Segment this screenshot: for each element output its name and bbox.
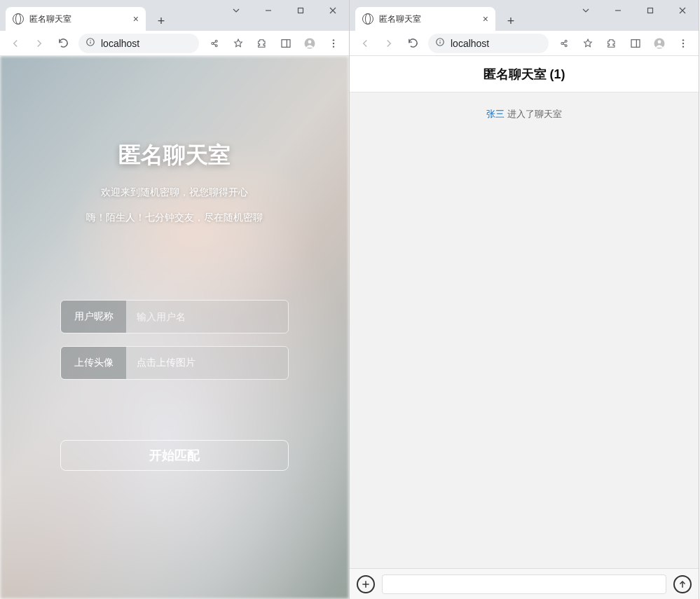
svg-rect-16 <box>648 8 653 13</box>
close-window-button[interactable] <box>317 0 349 21</box>
page-title: 匿名聊天室 <box>118 140 231 171</box>
titlebar: 匿名聊天室 × + <box>350 0 699 31</box>
minimize-button[interactable] <box>602 0 634 21</box>
nickname-input[interactable] <box>127 301 288 333</box>
nickname-label: 用户昵称 <box>61 301 127 333</box>
svg-point-29 <box>682 46 684 47</box>
share-icon[interactable] <box>203 32 226 55</box>
svg-rect-1 <box>298 8 303 13</box>
browser-window-right: 匿名聊天室 × + localhost 匿名聊天室 (1) 张三 进入了聊天室 <box>350 0 699 599</box>
window-controls <box>220 0 349 31</box>
new-tab-button[interactable]: + <box>501 11 521 31</box>
close-window-button[interactable] <box>666 0 699 21</box>
forward-button[interactable] <box>378 32 400 55</box>
svg-point-21 <box>561 42 563 44</box>
send-button[interactable] <box>673 575 692 593</box>
svg-point-4 <box>90 40 90 41</box>
browser-tab[interactable]: 匿名聊天室 × <box>6 7 146 31</box>
url-text: localhost <box>451 38 489 49</box>
info-icon <box>435 37 445 50</box>
sys-text: 进入了聊天室 <box>505 109 562 119</box>
toolbar: localhost <box>0 31 349 56</box>
avatar-label: 上传头像 <box>61 347 127 379</box>
browser-tab[interactable]: 匿名聊天室 × <box>355 7 495 31</box>
address-bar[interactable]: localhost <box>78 34 199 53</box>
forward-button[interactable] <box>28 32 50 55</box>
window-controls <box>570 0 699 31</box>
titlebar: 匿名聊天室 × + <box>0 0 349 31</box>
close-icon[interactable]: × <box>483 13 488 25</box>
extensions-icon[interactable] <box>251 32 273 55</box>
bookmark-icon[interactable] <box>577 32 599 55</box>
subtitle-1: 欢迎来到随机密聊，祝您聊得开心 <box>101 186 248 199</box>
svg-rect-23 <box>631 39 640 47</box>
globe-icon <box>13 13 24 25</box>
svg-point-26 <box>658 40 661 43</box>
svg-point-13 <box>333 42 334 43</box>
profile-icon[interactable] <box>298 32 321 55</box>
subtitle-2: 嗨！陌生人！七分钟交友，尽在随机密聊 <box>86 212 263 224</box>
svg-point-11 <box>308 40 312 43</box>
tab-title: 匿名聊天室 <box>379 13 477 25</box>
start-match-button[interactable]: 开始匹配 <box>60 440 289 471</box>
chat-input-row <box>350 568 699 599</box>
svg-point-28 <box>682 42 684 43</box>
info-icon <box>85 37 95 50</box>
address-bar[interactable]: localhost <box>428 34 549 53</box>
svg-point-12 <box>333 39 334 41</box>
browser-window-left: 匿名聊天室 × + localhost 匿名聊天室 欢迎来到随机密聊，祝您聊得开… <box>0 0 350 599</box>
login-panel: 匿名聊天室 欢迎来到随机密聊，祝您聊得开心 嗨！陌生人！七分钟交友，尽在随机密聊… <box>0 56 349 599</box>
maximize-button[interactable] <box>284 0 317 21</box>
new-tab-button[interactable]: + <box>151 11 171 31</box>
profile-icon[interactable] <box>648 32 671 55</box>
sidepanel-icon[interactable] <box>624 32 647 55</box>
chat-body: 张三 进入了聊天室 <box>350 92 699 568</box>
globe-icon <box>362 13 373 25</box>
page-content: 匿名聊天室 欢迎来到随机密聊，祝您聊得开心 嗨！陌生人！七分钟交友，尽在随机密聊… <box>0 56 349 599</box>
svg-point-5 <box>215 40 217 42</box>
bookmark-icon[interactable] <box>227 32 249 55</box>
caret-down-icon[interactable] <box>570 0 602 21</box>
reload-button[interactable] <box>52 32 74 55</box>
maximize-button[interactable] <box>634 0 666 21</box>
back-button[interactable] <box>4 32 27 55</box>
svg-point-20 <box>565 40 567 42</box>
sys-user-name: 张三 <box>486 109 505 119</box>
chat-page: 匿名聊天室 (1) 张三 进入了聊天室 <box>350 56 699 599</box>
close-icon[interactable]: × <box>133 13 139 25</box>
svg-point-22 <box>565 44 567 46</box>
add-button[interactable] <box>357 575 375 593</box>
share-icon[interactable] <box>553 32 575 55</box>
avatar-field: 上传头像 点击上传图片 <box>60 346 289 380</box>
reload-button[interactable] <box>402 32 424 55</box>
message-input[interactable] <box>382 574 666 594</box>
back-button[interactable] <box>354 32 376 55</box>
avatar-upload[interactable]: 点击上传图片 <box>127 347 288 379</box>
nickname-field: 用户昵称 <box>60 300 289 333</box>
svg-rect-8 <box>282 39 290 47</box>
svg-point-19 <box>439 40 440 41</box>
toolbar: localhost <box>350 31 699 56</box>
system-message: 张三 进入了聊天室 <box>357 108 692 121</box>
menu-icon[interactable] <box>672 32 694 55</box>
chat-header: 匿名聊天室 (1) <box>350 56 699 92</box>
svg-point-6 <box>212 42 214 44</box>
url-text: localhost <box>101 38 139 49</box>
caret-down-icon[interactable] <box>220 0 252 21</box>
menu-icon[interactable] <box>322 32 345 55</box>
svg-point-14 <box>333 46 334 47</box>
svg-point-7 <box>215 44 217 46</box>
minimize-button[interactable] <box>252 0 284 21</box>
sidepanel-icon[interactable] <box>275 32 297 55</box>
tab-title: 匿名聊天室 <box>29 13 128 25</box>
login-form: 用户昵称 上传头像 点击上传图片 <box>60 300 289 392</box>
svg-point-27 <box>682 39 684 41</box>
extensions-icon[interactable] <box>601 32 623 55</box>
